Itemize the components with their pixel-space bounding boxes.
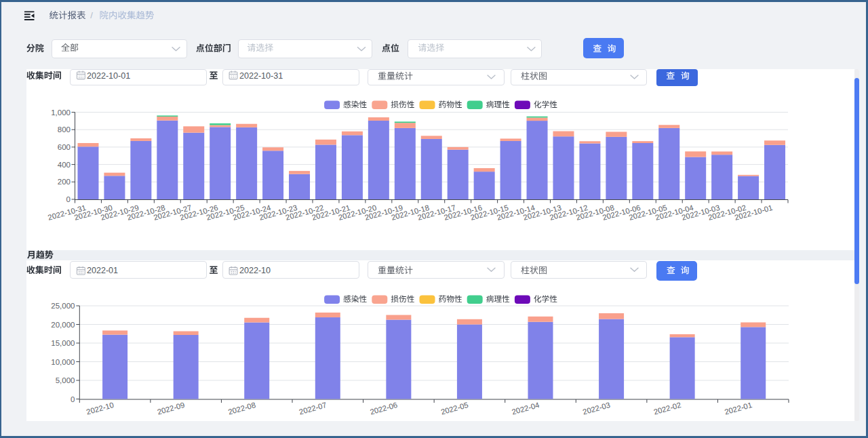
svg-text:1,000: 1,000 xyxy=(51,108,71,117)
svg-text:2022-10-01: 2022-10-01 xyxy=(87,71,130,81)
svg-text:2022-06: 2022-06 xyxy=(369,401,398,416)
svg-text:2022-07: 2022-07 xyxy=(298,401,328,416)
svg-text:2022-10-31: 2022-10-31 xyxy=(239,71,283,81)
svg-text:2022-10: 2022-10 xyxy=(239,266,271,275)
svg-text:2022-02: 2022-02 xyxy=(653,401,682,416)
svg-text:20,000: 20,000 xyxy=(51,321,75,329)
svg-text:2022-08: 2022-08 xyxy=(227,401,256,416)
svg-text:2022-05: 2022-05 xyxy=(440,401,469,416)
svg-text:2022-03: 2022-03 xyxy=(582,401,611,416)
svg-text:0: 0 xyxy=(66,195,71,203)
svg-text:2022-01: 2022-01 xyxy=(87,266,118,275)
svg-text:2022-09: 2022-09 xyxy=(157,401,186,416)
svg-text:0: 0 xyxy=(71,395,75,403)
svg-text:800: 800 xyxy=(58,125,71,134)
svg-text:25,000: 25,000 xyxy=(51,302,75,310)
svg-text:2022-04: 2022-04 xyxy=(511,401,540,416)
svg-text:15,000: 15,000 xyxy=(51,339,75,347)
svg-text:5,000: 5,000 xyxy=(56,376,75,384)
svg-text:600: 600 xyxy=(58,143,71,151)
svg-text:/: / xyxy=(90,10,93,20)
svg-text:200: 200 xyxy=(58,178,71,186)
svg-text:2022-10: 2022-10 xyxy=(85,401,115,416)
svg-text:10,000: 10,000 xyxy=(51,358,75,366)
svg-text:400: 400 xyxy=(58,161,71,169)
svg-text:2022-01: 2022-01 xyxy=(724,401,753,416)
